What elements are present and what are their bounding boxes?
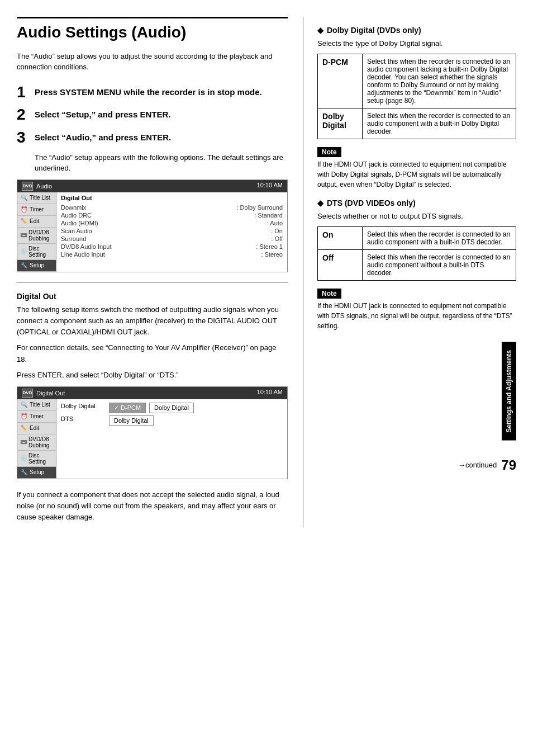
page-number: 79 [501, 457, 516, 473]
sidebar-item-setup[interactable]: 🔧 Setup [17, 260, 56, 272]
audio-menu-ui: DVD Audio 10:10 AM 🔍 Title List ⏰ Timer [17, 179, 288, 272]
diamond-bullet-1: ◆ [317, 26, 323, 35]
continued-arrow: →continued [458, 461, 497, 469]
sidebar-dubbing-label: DVD/D8 Dubbing [28, 229, 53, 242]
sidebar-edit-label: Edit [30, 218, 39, 224]
table-row-on: On Select this when the recorder is conn… [318, 227, 516, 250]
warning-text: If you connect a component that does not… [17, 489, 288, 523]
setup-icon: 🔧 [20, 262, 28, 270]
off-cell-label: Off [318, 250, 363, 281]
dts-table: On Select this when the recorder is conn… [317, 226, 516, 281]
menu-row-audiodrc: Audio DRC : Standard [61, 211, 283, 219]
sidebar-setup-label: Setup [30, 262, 44, 268]
digital-out-body3: Press ENTER, and select “Dolby Digital” … [17, 370, 288, 381]
digital-out-body1: The following setup items switch the met… [17, 304, 288, 338]
digital-sidebar-dubbing[interactable]: 📼 DVD/D8 Dubbing [17, 434, 56, 451]
step-3: 3 Select “Audio,” and press ENTER. [17, 129, 288, 147]
on-cell-label: On [318, 227, 363, 250]
step-2: 2 Select “Setup,” and press ENTER. [17, 106, 288, 124]
dts-label: DTS [61, 415, 106, 426]
right-column: ◆ Dolby Digital (DVDs only) Selects the … [304, 17, 516, 527]
step-2-number: 2 [17, 106, 29, 124]
step-3-text: Select “Audio,” and press ENTER. [35, 129, 171, 143]
setup-icon-2: 🔧 [20, 469, 28, 476]
step-2-text: Select “Setup,” and press ENTER. [35, 106, 170, 120]
note2-text: If the HDMI OUT jack is connected to equ… [317, 301, 516, 331]
timer-icon-2: ⏰ [20, 413, 28, 420]
menu-row-audiohdmi: Audio (HDMI) : Auto [61, 219, 283, 227]
digital-out-menu-body: 🔍 Title List ⏰ Timer ✏️ Edit 📼 DVD/D8 Du… [17, 399, 287, 479]
sidebar-item-dubbing[interactable]: 📼 DVD/D8 Dubbing [17, 228, 56, 244]
digital-sidebar-timer[interactable]: ⏰ Timer [17, 411, 56, 423]
digital-sidebar-titlelist[interactable]: 🔍 Title List [17, 399, 56, 411]
dolbydigital-option[interactable]: Dolby Digital [149, 403, 194, 413]
menu-header-left: DVD Audio [22, 182, 52, 191]
dolbydigital-cell-label: DolbyDigital [318, 108, 363, 139]
edit-icon: ✏️ [20, 218, 28, 225]
sidebar-item-edit[interactable]: ✏️ Edit [17, 216, 56, 228]
menu-row-surround: Surround : Off [61, 235, 283, 243]
off-cell-desc: Select this when the recorder is connect… [363, 250, 516, 281]
dolby-digital-desc: Selects the type of Dolby Digital signal… [317, 38, 516, 49]
table-row-dpcm: D-PCM Select this when the recorder is c… [318, 54, 516, 108]
sidebar-disc-label: Disc Setting [28, 245, 53, 258]
digital-sidebar-setup[interactable]: 🔧 Setup [17, 467, 56, 479]
sidebar-timer-label: Timer [30, 206, 44, 212]
step-3-number: 3 [17, 129, 29, 147]
digital-row-dts: DTS Dolby Digital [59, 414, 285, 427]
list-icon-2: 🔍 [20, 401, 28, 409]
dub-icon: 📼 [20, 231, 27, 239]
note1-label: Note [317, 147, 516, 159]
dpcm-cell-label: D-PCM [318, 54, 363, 108]
audio-digital-out-title: Digital Out [61, 195, 283, 201]
digital-sidebar-disc[interactable]: 💿 Disc Setting [17, 451, 56, 467]
intro-text: The “Audio” setup allows you to adjust t… [17, 51, 288, 73]
menu-row-dvd8audio: DV/D8 Audio Input : Stereo 1 [61, 243, 283, 251]
digital-sidebar-edit[interactable]: ✏️ Edit [17, 423, 56, 434]
side-tab-container: Settings and Adjustments [317, 342, 516, 441]
dolby-digital-label: Dolby Digital [61, 403, 106, 413]
step-1: 1 Press SYSTEM MENU while the recorder i… [17, 84, 288, 101]
sidebar-item-disc[interactable]: 💿 Disc Setting [17, 244, 56, 260]
sidebar-titlelist-label: Title List [30, 195, 50, 201]
dpcm-cell-desc: Select this when the recorder is connect… [363, 54, 516, 108]
audio-menu-title: Audio [36, 183, 52, 190]
dts-dolbydigital-option[interactable]: Dolby Digital [109, 415, 154, 426]
menu-row-downmix: Downmix : Dolby Surround [61, 204, 283, 211]
audio-menu-time: 10:10 AM [257, 182, 283, 191]
digital-out-heading: Digital Out [17, 292, 288, 301]
menu-row-scanaudio: Scan Audio : On [61, 227, 283, 235]
sidebar-item-timer[interactable]: ⏰ Timer [17, 204, 56, 216]
note1-text: If the HDMI OUT jack is connected to equ… [317, 159, 516, 190]
list-icon: 🔍 [20, 194, 28, 202]
digital-out-sidebar: 🔍 Title List ⏰ Timer ✏️ Edit 📼 DVD/D8 Du… [17, 399, 56, 479]
page-title: Audio Settings (Audio) [17, 17, 288, 42]
dolby-digital-heading: ◆ Dolby Digital (DVDs only) [317, 26, 516, 35]
menu-row-lineaudio: Line Audio Input : Stereo [61, 251, 283, 258]
dts-heading: ◆ DTS (DVD VIDEOs only) [317, 199, 516, 207]
digital-out-menu-content: Dolby Digital ✓ D-PCM Dolby Digital DTS … [56, 399, 287, 479]
dvd-icon-2: DVD [22, 389, 33, 398]
digital-out-menu-title: Digital Out [36, 390, 65, 396]
audio-menu-body: 🔍 Title List ⏰ Timer ✏️ Edit 📼 DVD/D8 Du… [17, 192, 287, 272]
sidebar-item-titlelist[interactable]: 🔍 Title List [17, 192, 56, 204]
dts-desc: Selects whether or not to output DTS sig… [317, 211, 516, 222]
dolby-table: D-PCM Select this when the recorder is c… [317, 54, 516, 139]
audio-menu-sidebar: 🔍 Title List ⏰ Timer ✏️ Edit 📼 DVD/D8 Du… [17, 192, 56, 272]
digital-out-menu-time: 10:10 AM [257, 389, 283, 398]
diamond-bullet-2: ◆ [317, 199, 323, 207]
edit-icon-2: ✏️ [20, 424, 28, 432]
dolbydigital-cell-desc: Select this when the recorder is connect… [363, 108, 516, 139]
on-cell-desc: Select this when the recorder is connect… [363, 227, 516, 250]
table-row-off: Off Select this when the recorder is con… [318, 250, 516, 281]
digital-row-dolby: Dolby Digital ✓ D-PCM Dolby Digital [59, 401, 285, 414]
step-1-number: 1 [17, 84, 29, 101]
dolby-digital-title: Dolby Digital (DVDs only) [327, 26, 421, 35]
digital-out-menu-ui: DVD Digital Out 10:10 AM 🔍 Title List ⏰ … [17, 386, 288, 479]
disc-icon-2: 💿 [20, 455, 27, 462]
note2-label: Note [317, 289, 516, 301]
dpcm-option[interactable]: ✓ D-PCM [109, 403, 146, 413]
audio-menu-header: DVD Audio 10:10 AM [17, 180, 287, 192]
digital-menu-header-left: DVD Digital Out [22, 389, 65, 398]
dub-icon-2: 📼 [20, 438, 27, 446]
